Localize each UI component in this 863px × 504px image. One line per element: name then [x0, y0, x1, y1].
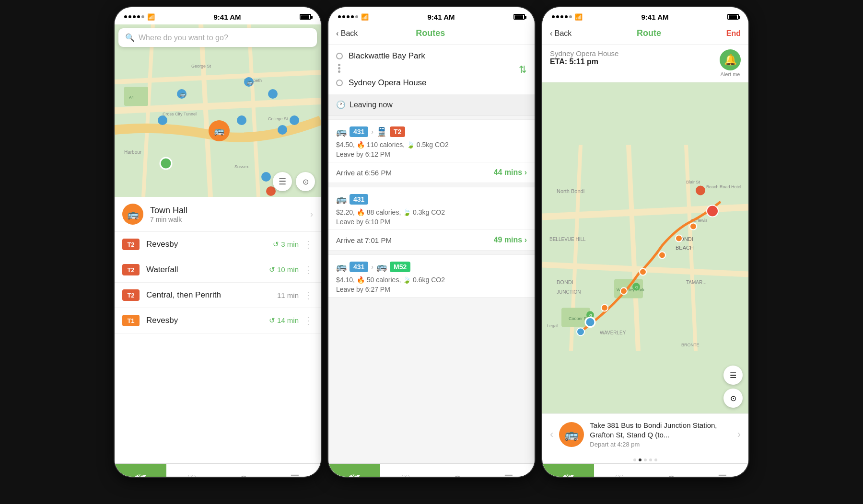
- svg-text:WAVERLEY: WAVERLEY: [600, 330, 626, 335]
- transit-name: Central, then Penrith: [146, 290, 277, 300]
- tab-nearby-2[interactable]: ⊙: [432, 464, 483, 477]
- wifi-3: 📶: [575, 13, 583, 21]
- end-button[interactable]: End: [726, 29, 741, 38]
- route-badge-m52: M52: [390, 262, 410, 272]
- transit-name: Waterfall: [146, 265, 269, 275]
- route-leave-1: Leave by 6:12 PM: [336, 150, 527, 158]
- tab-map[interactable]: 🗺: [115, 464, 166, 477]
- svg-text:College St: College St: [268, 116, 288, 121]
- wifi-icon: 📶: [147, 13, 155, 21]
- target-tab-icon: ⊙: [239, 473, 248, 477]
- route-card-1[interactable]: 🚌 431 › 🚆 T2 $4.50, 🔥 110 calories, 🍃 0.…: [328, 119, 535, 183]
- search-bar[interactable]: 🔍 Where do you want to go?: [118, 28, 317, 47]
- location-btn-3[interactable]: ⊙: [723, 389, 743, 408]
- dest-point: Sydney Opera House: [336, 78, 527, 88]
- leaving-now-bar[interactable]: 🕐 Leaving now: [328, 94, 535, 115]
- location-button[interactable]: ⊙: [296, 172, 315, 191]
- svg-text:BONDI: BONDI: [557, 279, 573, 285]
- nav-title-2: Routes: [416, 28, 445, 38]
- transit-btn-3[interactable]: ☰: [723, 366, 743, 385]
- bus-icon-2: 🚌: [336, 194, 347, 205]
- screen2-content: ‹ Back Routes Blackwattle Bay Park: [328, 24, 535, 477]
- train-icon-1: 🚆: [376, 126, 387, 137]
- back-button-2[interactable]: ‹ Back: [336, 29, 358, 38]
- dest-name-3: Sydney Opera House: [550, 49, 618, 57]
- place-list: 🚌 Town Hall 7 min walk › T2 Revesby ↺ 3 …: [115, 197, 321, 463]
- search-icon: 🔍: [125, 33, 135, 42]
- arrow-3: ›: [371, 263, 373, 271]
- screen3-content: ‹ Back Route End Sydney Opera House ETA:…: [542, 24, 748, 477]
- tab-bar-1: 🗺 ♡ ⊙ ☰: [115, 463, 321, 477]
- arrive-text-1: Arrive at 6:56 PM: [336, 169, 392, 177]
- direction-text: Take 381 Bus to Bondi Junction Station, …: [590, 421, 731, 448]
- more-icon[interactable]: ⋮: [303, 264, 313, 275]
- list-item[interactable]: T2 Revesby ↺ 3 min ⋮: [115, 232, 321, 257]
- svg-point-27: [266, 186, 276, 196]
- swap-button[interactable]: ⇅: [519, 64, 527, 75]
- transit-time: 11 min: [277, 291, 299, 299]
- swap-icon: ⇅: [519, 64, 527, 75]
- route-info-header: Sydney Opera House ETA: 5:11 pm 🔔 Alert …: [542, 45, 748, 82]
- svg-text:Harbour: Harbour: [124, 149, 142, 155]
- town-hall-item[interactable]: 🚌 Town Hall 7 min walk ›: [115, 197, 321, 232]
- battery-3: [727, 14, 739, 20]
- tickets-icon-2: ☰: [504, 473, 513, 477]
- alert-button[interactable]: 🔔 Alert me: [720, 49, 741, 77]
- tab-nearby-3[interactable]: ⊙: [645, 464, 697, 477]
- svg-text:Beach Road Hotel: Beach Road Hotel: [706, 184, 741, 189]
- tab-fav-2[interactable]: ♡: [380, 464, 432, 477]
- duration-2: 49 mins ›: [494, 236, 527, 244]
- map-icon-3: 🗺: [563, 473, 573, 477]
- transit-view-button[interactable]: ☰: [273, 172, 292, 191]
- direction-sub: Depart at 4:28 pm: [590, 441, 731, 448]
- back-button-3[interactable]: ‹ Back: [550, 29, 571, 38]
- tab-fav-3[interactable]: ♡: [594, 464, 646, 477]
- svg-point-60: [640, 269, 646, 275]
- route-header: Blackwattle Bay Park ⇅: [328, 45, 535, 94]
- origin-name: Blackwattle Bay Park: [349, 51, 425, 61]
- route-card-2[interactable]: 🚌 431 $2.20, 🔥 88 calories, 🍃 0.3kg CO2 …: [328, 187, 535, 251]
- list-item[interactable]: T2 Central, then Penrith 11 min ⋮: [115, 283, 321, 308]
- route-badge-t2-1: T2: [390, 126, 405, 137]
- tab-tickets-3[interactable]: ☰: [697, 464, 749, 477]
- route-card-top-1: 🚌 431 › 🚆 T2 $4.50, 🔥 110 calories, 🍃 0.…: [328, 120, 535, 162]
- tab-bar-3: 🗺 ♡ ⊙ ☰: [542, 463, 748, 477]
- bus-icon-3: 🚌: [336, 262, 347, 272]
- status-time-1: 9:41 AM: [214, 13, 241, 21]
- town-hall-sub: 7 min walk: [150, 216, 310, 223]
- svg-text:🚌: 🚌: [247, 79, 253, 85]
- tab-map-3[interactable]: 🗺: [542, 464, 594, 477]
- route-card-3[interactable]: 🚌 431 › 🚌 M52 $4.10, 🔥 50 calories, 🍃 0.…: [328, 254, 535, 298]
- status-time-2: 9:41 AM: [428, 13, 455, 21]
- tab-nearby[interactable]: ⊙: [218, 464, 269, 477]
- list-item[interactable]: T1 Revesby ↺ 14 min ⋮: [115, 308, 321, 333]
- prev-direction-button[interactable]: ‹: [550, 428, 553, 441]
- route-dest: Sydney Opera House ETA: 5:11 pm: [550, 49, 618, 66]
- signal-dot-3: [133, 15, 136, 18]
- route-card-bottom-1: Arrive at 6:56 PM 44 mins ›: [328, 162, 535, 183]
- route-badge-431-1: 431: [350, 126, 368, 137]
- route-leave-3: Leave by 6:27 PM: [336, 286, 527, 293]
- svg-text:G: G: [635, 285, 638, 289]
- transit-time: ↺ 10 min: [269, 265, 299, 274]
- next-direction-button[interactable]: ›: [737, 428, 741, 441]
- svg-text:BEACH: BEACH: [676, 245, 694, 251]
- svg-text:🚌: 🚌: [180, 91, 186, 97]
- list-item[interactable]: T2 Waterfall ↺ 10 min ⋮: [115, 257, 321, 283]
- route-icons-1: 🚌 431 › 🚆 T2: [336, 126, 527, 137]
- nav-bar-2: ‹ Back Routes: [328, 24, 535, 45]
- transit-list-icon: ☰: [279, 176, 286, 187]
- more-icon[interactable]: ⋮: [303, 289, 313, 301]
- tab-map-2[interactable]: 🗺: [328, 464, 380, 477]
- map-view-1[interactable]: Harbour Cross City Tunnel George St Eliz…: [115, 24, 321, 197]
- more-icon[interactable]: ⋮: [303, 315, 313, 326]
- signal-dot-2: [128, 15, 131, 18]
- tab-tickets[interactable]: ☰: [269, 464, 321, 477]
- tab-favorites[interactable]: ♡: [166, 464, 218, 477]
- tab-tickets-2[interactable]: ☰: [483, 464, 535, 477]
- more-icon[interactable]: ⋮: [303, 239, 313, 250]
- svg-point-22: [261, 172, 271, 182]
- pg-dot-1: [633, 458, 636, 461]
- tickets-icon-3: ☰: [718, 473, 727, 477]
- target-icon-3: ⊙: [667, 473, 676, 477]
